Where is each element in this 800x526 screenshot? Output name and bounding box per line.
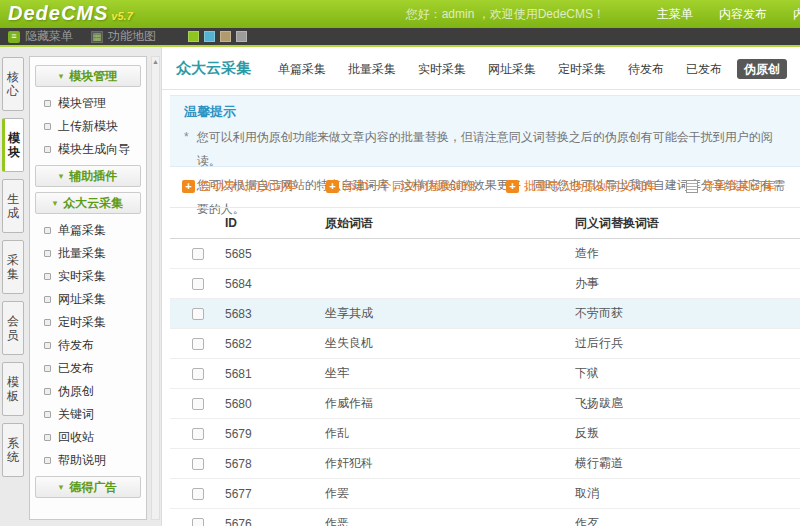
function-map-button[interactable]: 功能地图 [91, 28, 156, 45]
row-select-checkbox[interactable] [192, 278, 204, 290]
row-checkbox-cell [170, 338, 225, 350]
tab-divider [162, 89, 800, 90]
sidebar-entry-label: 回收站 [58, 429, 94, 446]
bullet-icon [44, 319, 51, 326]
sidebar-entry-label: 模块管理 [69, 68, 117, 85]
sidebar-entry[interactable]: 模块生成向导 [35, 138, 141, 161]
action-link[interactable]: 导出我的词库 [686, 178, 775, 195]
sidebar-entry-label: 模块生成向导 [58, 141, 130, 158]
dedecms-admin-page: DedeCMSv5.7 您好：admin ，欢迎使用DedeCMS！主菜单内容发… [0, 0, 800, 526]
row-select-checkbox[interactable] [192, 458, 204, 470]
sidebar-entry[interactable]: 模块管理 [35, 92, 141, 115]
collection-tab[interactable]: 关键词 [795, 59, 800, 79]
sidebar-scrollbar[interactable] [151, 56, 160, 520]
row-select-checkbox[interactable] [192, 338, 204, 350]
action-link[interactable]: 添加一个同义词替换词组 [326, 178, 476, 195]
hide-menu-button[interactable]: 隐藏菜单 [8, 28, 73, 45]
module-tab-label: 采集 [7, 253, 20, 281]
top-menu-item[interactable]: 内 [793, 7, 800, 21]
top-menu-item[interactable]: 主菜单 [657, 7, 693, 21]
row-select-checkbox[interactable] [192, 308, 204, 320]
module-tab[interactable]: 采集 [2, 240, 24, 294]
sidebar-entry[interactable]: 单篇采集 [35, 219, 141, 242]
collection-tab[interactable]: 网址采集 [481, 59, 543, 79]
sidebar-entry-label: 已发布 [58, 360, 94, 377]
module-tab[interactable]: 会员 [2, 301, 24, 355]
sidebar-entry[interactable]: 众大云采集 [35, 192, 141, 214]
sidebar-entry[interactable]: 批量采集 [35, 242, 141, 265]
sidebar-entry[interactable]: 帮助说明 [35, 449, 141, 472]
row-select-checkbox[interactable] [192, 248, 204, 260]
module-tab-label: 会员 [7, 314, 20, 342]
row-original-word: 作罢 [325, 485, 575, 502]
sidebar-entry-label: 关键词 [58, 406, 94, 423]
row-select-checkbox[interactable] [192, 398, 204, 410]
row-synonym-word: 不劳而获 [575, 305, 800, 322]
theme-color-swatch[interactable] [236, 31, 247, 42]
collection-tab[interactable]: 伪原创 [737, 59, 787, 79]
row-id: 5684 [225, 277, 325, 291]
row-select-checkbox[interactable] [192, 368, 204, 380]
action-link[interactable]: 自动导入同义词库 [182, 178, 296, 195]
plus-icon [506, 180, 519, 193]
theme-color-swatch[interactable] [204, 31, 215, 42]
sidebar-entry[interactable]: 实时采集 [35, 265, 141, 288]
sidebar-entry[interactable]: 辅助插件 [35, 165, 141, 187]
bullet-icon [44, 411, 51, 418]
collection-tab[interactable]: 批量采集 [341, 59, 403, 79]
theme-color-swatch[interactable] [220, 31, 231, 42]
row-original-word: 坐牢 [325, 365, 575, 382]
top-right-menu: 您好：admin ，欢迎使用DedeCMS！主菜单内容发布内 [406, 0, 800, 28]
collection-tab[interactable]: 已发布 [679, 59, 729, 79]
row-select-checkbox[interactable] [192, 518, 204, 526]
sidebar-entry[interactable]: 待发布 [35, 334, 141, 357]
sidebar-entry[interactable]: 模块管理 [35, 65, 141, 87]
row-synonym-word: 作歹 [575, 515, 800, 526]
table-row: 5677 作罢 取消 [170, 479, 800, 509]
top-menu: 主菜单内容发布内 [631, 7, 800, 21]
table-row: 5685 造作 [170, 239, 800, 269]
row-id: 5681 [225, 367, 325, 381]
module-tab[interactable]: 模块 [2, 118, 24, 172]
row-synonym-word: 反叛 [575, 425, 800, 442]
sidebar-entry[interactable]: 德得广告 [35, 476, 141, 498]
module-tab[interactable]: 模板 [2, 362, 24, 416]
row-select-checkbox[interactable] [192, 428, 204, 440]
action-link[interactable]: 批量导入伪原创同义词库 [506, 178, 656, 195]
sidebar-entry[interactable]: 关键词 [35, 403, 141, 426]
top-menu-item[interactable]: 内容发布 [719, 7, 767, 21]
sidebar-entry[interactable]: 回收站 [35, 426, 141, 449]
table-row: 5678 作奸犯科 横行霸道 [170, 449, 800, 479]
function-map-label: 功能地图 [108, 28, 156, 45]
sidebar-entry[interactable]: 上传新模块 [35, 115, 141, 138]
module-tab-label: 模块 [8, 131, 21, 159]
bullet-icon [44, 146, 51, 153]
notice-title: 温馨提示 [184, 103, 786, 121]
theme-color-swatch[interactable] [188, 31, 199, 42]
hide-menu-icon [8, 31, 20, 43]
sidebar-entry-label: 定时采集 [58, 314, 106, 331]
theme-color-switcher [188, 31, 252, 42]
sidebar-entry[interactable]: 定时采集 [35, 311, 141, 334]
module-tab[interactable]: 生成 [2, 179, 24, 233]
row-id: 5685 [225, 247, 325, 261]
table-row: 5679 作乱 反叛 [170, 419, 800, 449]
chevron-down-icon [59, 171, 64, 181]
module-tab[interactable]: 系统 [2, 423, 24, 477]
sidebar-entry[interactable]: 网址采集 [35, 288, 141, 311]
collection-tab[interactable]: 单篇采集 [271, 59, 333, 79]
table-header-row: ID 原始词语 同义词替换词语 [170, 207, 800, 239]
scroll-up-arrow-icon[interactable] [152, 57, 159, 67]
sidebar-menu-panel: 模块管理 模块管理 上传新模块 模块生成向导 辅助插件 [29, 56, 147, 520]
row-checkbox-cell [170, 428, 225, 440]
sidebar-entry[interactable]: 伪原创 [35, 380, 141, 403]
row-synonym-word: 过后行兵 [575, 335, 800, 352]
sidebar-entry[interactable]: 已发布 [35, 357, 141, 380]
row-select-checkbox[interactable] [192, 488, 204, 500]
collection-tab[interactable]: 待发布 [621, 59, 671, 79]
sidebar-entry-label: 单篇采集 [58, 222, 106, 239]
module-tab[interactable]: 核心 [2, 57, 24, 111]
collection-tab[interactable]: 实时采集 [411, 59, 473, 79]
collection-tab[interactable]: 定时采集 [551, 59, 613, 79]
sidebar-entry-label: 网址采集 [58, 291, 106, 308]
